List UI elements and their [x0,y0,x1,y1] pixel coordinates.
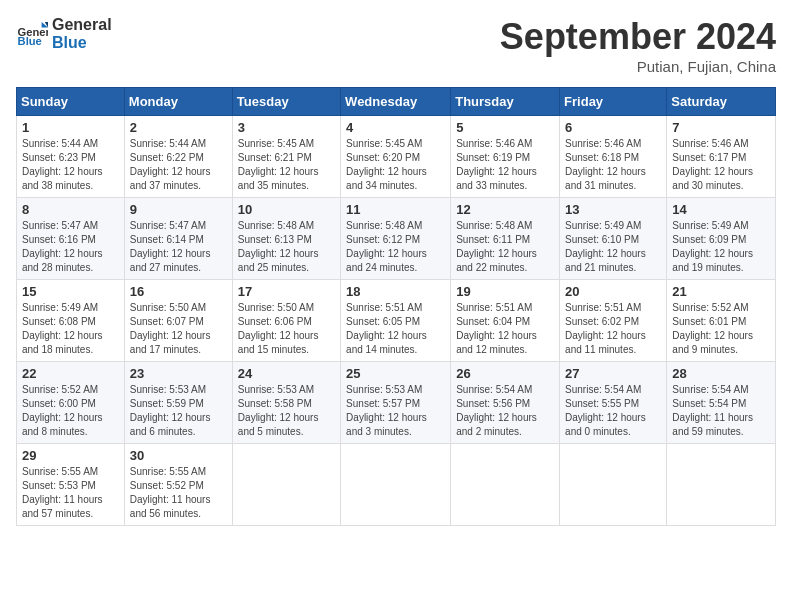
calendar-cell: 23 Sunrise: 5:53 AMSunset: 5:59 PMDaylig… [124,362,232,444]
calendar-table: Sunday Monday Tuesday Wednesday Thursday… [16,87,776,526]
month-title: September 2024 [500,16,776,58]
day-info: Sunrise: 5:46 AMSunset: 6:19 PMDaylight:… [456,137,554,193]
day-info: Sunrise: 5:54 AMSunset: 5:56 PMDaylight:… [456,383,554,439]
day-number: 9 [130,202,227,217]
day-info: Sunrise: 5:45 AMSunset: 6:21 PMDaylight:… [238,137,335,193]
day-info: Sunrise: 5:54 AMSunset: 5:54 PMDaylight:… [672,383,770,439]
day-number: 20 [565,284,661,299]
day-number: 19 [456,284,554,299]
calendar-cell: 30 Sunrise: 5:55 AMSunset: 5:52 PMDaylig… [124,444,232,526]
logo-blue: Blue [52,34,112,52]
calendar-cell: 14 Sunrise: 5:49 AMSunset: 6:09 PMDaylig… [667,198,776,280]
week-row-4: 22 Sunrise: 5:52 AMSunset: 6:00 PMDaylig… [17,362,776,444]
col-saturday: Saturday [667,88,776,116]
week-row-2: 8 Sunrise: 5:47 AMSunset: 6:16 PMDayligh… [17,198,776,280]
header-row: Sunday Monday Tuesday Wednesday Thursday… [17,88,776,116]
day-info: Sunrise: 5:46 AMSunset: 6:17 PMDaylight:… [672,137,770,193]
day-number: 4 [346,120,445,135]
day-number: 27 [565,366,661,381]
location-subtitle: Putian, Fujian, China [500,58,776,75]
day-info: Sunrise: 5:55 AMSunset: 5:52 PMDaylight:… [130,465,227,521]
calendar-cell: 24 Sunrise: 5:53 AMSunset: 5:58 PMDaylig… [232,362,340,444]
day-info: Sunrise: 5:51 AMSunset: 6:05 PMDaylight:… [346,301,445,357]
calendar-cell: 2 Sunrise: 5:44 AMSunset: 6:22 PMDayligh… [124,116,232,198]
day-number: 1 [22,120,119,135]
day-info: Sunrise: 5:44 AMSunset: 6:22 PMDaylight:… [130,137,227,193]
logo-general: General [52,16,112,34]
col-wednesday: Wednesday [341,88,451,116]
day-info: Sunrise: 5:49 AMSunset: 6:10 PMDaylight:… [565,219,661,275]
day-info: Sunrise: 5:47 AMSunset: 6:16 PMDaylight:… [22,219,119,275]
calendar-cell: 4 Sunrise: 5:45 AMSunset: 6:20 PMDayligh… [341,116,451,198]
week-row-5: 29 Sunrise: 5:55 AMSunset: 5:53 PMDaylig… [17,444,776,526]
day-info: Sunrise: 5:49 AMSunset: 6:08 PMDaylight:… [22,301,119,357]
calendar-cell [451,444,560,526]
day-number: 25 [346,366,445,381]
calendar-cell: 11 Sunrise: 5:48 AMSunset: 6:12 PMDaylig… [341,198,451,280]
calendar-cell [560,444,667,526]
calendar-cell [232,444,340,526]
calendar-cell [341,444,451,526]
day-info: Sunrise: 5:49 AMSunset: 6:09 PMDaylight:… [672,219,770,275]
day-number: 14 [672,202,770,217]
day-info: Sunrise: 5:50 AMSunset: 6:06 PMDaylight:… [238,301,335,357]
day-info: Sunrise: 5:51 AMSunset: 6:02 PMDaylight:… [565,301,661,357]
day-number: 8 [22,202,119,217]
day-number: 12 [456,202,554,217]
day-number: 16 [130,284,227,299]
day-number: 28 [672,366,770,381]
calendar-cell [667,444,776,526]
logo: General Blue General Blue [16,16,112,51]
day-number: 18 [346,284,445,299]
day-number: 22 [22,366,119,381]
calendar-cell: 27 Sunrise: 5:54 AMSunset: 5:55 PMDaylig… [560,362,667,444]
day-number: 21 [672,284,770,299]
calendar-cell: 8 Sunrise: 5:47 AMSunset: 6:16 PMDayligh… [17,198,125,280]
day-info: Sunrise: 5:53 AMSunset: 5:57 PMDaylight:… [346,383,445,439]
calendar-cell: 3 Sunrise: 5:45 AMSunset: 6:21 PMDayligh… [232,116,340,198]
calendar-cell: 29 Sunrise: 5:55 AMSunset: 5:53 PMDaylig… [17,444,125,526]
day-number: 2 [130,120,227,135]
calendar-cell: 25 Sunrise: 5:53 AMSunset: 5:57 PMDaylig… [341,362,451,444]
day-number: 3 [238,120,335,135]
calendar-cell: 5 Sunrise: 5:46 AMSunset: 6:19 PMDayligh… [451,116,560,198]
col-tuesday: Tuesday [232,88,340,116]
day-info: Sunrise: 5:53 AMSunset: 5:59 PMDaylight:… [130,383,227,439]
col-thursday: Thursday [451,88,560,116]
calendar-cell: 22 Sunrise: 5:52 AMSunset: 6:00 PMDaylig… [17,362,125,444]
day-info: Sunrise: 5:45 AMSunset: 6:20 PMDaylight:… [346,137,445,193]
calendar-cell: 9 Sunrise: 5:47 AMSunset: 6:14 PMDayligh… [124,198,232,280]
calendar-cell: 15 Sunrise: 5:49 AMSunset: 6:08 PMDaylig… [17,280,125,362]
col-sunday: Sunday [17,88,125,116]
day-info: Sunrise: 5:48 AMSunset: 6:13 PMDaylight:… [238,219,335,275]
day-info: Sunrise: 5:50 AMSunset: 6:07 PMDaylight:… [130,301,227,357]
week-row-1: 1 Sunrise: 5:44 AMSunset: 6:23 PMDayligh… [17,116,776,198]
day-number: 5 [456,120,554,135]
calendar-cell: 19 Sunrise: 5:51 AMSunset: 6:04 PMDaylig… [451,280,560,362]
logo-icon: General Blue [16,18,48,50]
day-number: 11 [346,202,445,217]
calendar-cell: 7 Sunrise: 5:46 AMSunset: 6:17 PMDayligh… [667,116,776,198]
calendar-cell: 12 Sunrise: 5:48 AMSunset: 6:11 PMDaylig… [451,198,560,280]
day-number: 29 [22,448,119,463]
day-number: 17 [238,284,335,299]
day-number: 15 [22,284,119,299]
week-row-3: 15 Sunrise: 5:49 AMSunset: 6:08 PMDaylig… [17,280,776,362]
day-info: Sunrise: 5:48 AMSunset: 6:11 PMDaylight:… [456,219,554,275]
calendar-cell: 21 Sunrise: 5:52 AMSunset: 6:01 PMDaylig… [667,280,776,362]
day-number: 24 [238,366,335,381]
calendar-cell: 13 Sunrise: 5:49 AMSunset: 6:10 PMDaylig… [560,198,667,280]
day-info: Sunrise: 5:55 AMSunset: 5:53 PMDaylight:… [22,465,119,521]
day-number: 13 [565,202,661,217]
calendar-cell: 18 Sunrise: 5:51 AMSunset: 6:05 PMDaylig… [341,280,451,362]
calendar-cell: 16 Sunrise: 5:50 AMSunset: 6:07 PMDaylig… [124,280,232,362]
day-info: Sunrise: 5:51 AMSunset: 6:04 PMDaylight:… [456,301,554,357]
col-monday: Monday [124,88,232,116]
calendar-cell: 20 Sunrise: 5:51 AMSunset: 6:02 PMDaylig… [560,280,667,362]
calendar-cell: 17 Sunrise: 5:50 AMSunset: 6:06 PMDaylig… [232,280,340,362]
day-number: 30 [130,448,227,463]
day-info: Sunrise: 5:48 AMSunset: 6:12 PMDaylight:… [346,219,445,275]
day-info: Sunrise: 5:44 AMSunset: 6:23 PMDaylight:… [22,137,119,193]
page-header: General Blue General Blue September 2024… [16,16,776,75]
col-friday: Friday [560,88,667,116]
